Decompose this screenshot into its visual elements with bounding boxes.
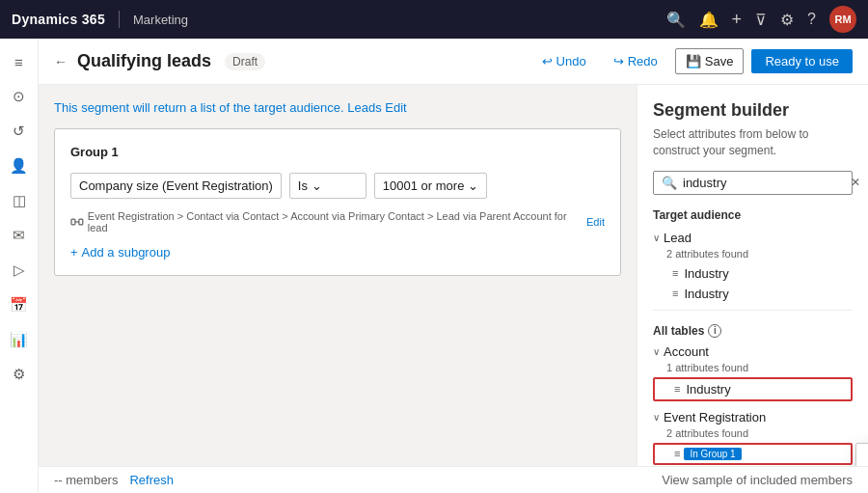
all-tables-header: All tables i [653, 324, 853, 338]
dropdown-arrow2: ⌄ [468, 178, 478, 193]
sidebar-settings-icon[interactable]: ⚙ [2, 359, 37, 390]
bell-icon[interactable]: 🔔 [699, 11, 719, 29]
target-audience-label: Target audience [653, 208, 853, 222]
path-row: Event Registration > Contact via Contact… [70, 210, 605, 233]
module-name: Marketing [133, 13, 188, 27]
redo-icon: ↪ [613, 54, 624, 68]
bottom-bar: -- members Refresh View sample of includ… [39, 466, 868, 493]
event-reg-chevron: ∨ [653, 412, 660, 423]
lead-industry-1[interactable]: ≡ Industry [653, 263, 853, 284]
in-group-badge: In Group 1 [684, 448, 741, 460]
account-group-header[interactable]: ∨ Account [653, 342, 853, 362]
attr-icon-4: ≡ [674, 448, 680, 459]
lead-attr-count: 2 attributes found [666, 248, 853, 260]
refresh-link[interactable]: Refresh [129, 473, 174, 487]
undo-button[interactable]: ↩ Undo [532, 49, 596, 73]
section-divider-1 [653, 310, 853, 311]
sidebar-menu-icon[interactable]: ≡ [2, 46, 37, 77]
search-box[interactable]: 🔍 ✕ [653, 171, 853, 195]
page-title: Qualifying leads [77, 51, 211, 71]
event-reg-industry-container: ≡ In Group 1 Add item to Existing group … [653, 443, 853, 465]
right-panel: Segment builder Select attributes from b… [637, 85, 868, 466]
search-icon[interactable]: 🔍 [666, 11, 686, 29]
info-icon[interactable]: i [708, 324, 721, 338]
edit-link[interactable]: Edit [385, 100, 406, 115]
add-icon[interactable]: + [732, 10, 743, 30]
filter-icon[interactable]: ⊽ [755, 11, 767, 29]
attr-icon-2: ≡ [672, 288, 678, 299]
lead-group-header[interactable]: ∨ Lead [653, 228, 853, 248]
lead-industry-2[interactable]: ≡ Industry [653, 284, 853, 304]
entity-link[interactable]: Leads [347, 100, 381, 115]
help-icon[interactable]: ? [807, 11, 816, 28]
dropdown-arrow: ⌄ [312, 178, 322, 193]
filter-row: Company size (Event Registration) Is ⌄ 1… [70, 173, 605, 199]
add-item-popup: Add item to Existing group › New subgrou… [855, 443, 868, 466]
event-reg-attr-count: 2 attributes found [666, 427, 853, 439]
header-actions: ↩ Undo ↪ Redo 💾 Save Ready to use [532, 48, 853, 74]
attr-icon-1: ≡ [672, 267, 678, 279]
account-industry[interactable]: ≡ Industry [653, 377, 853, 401]
lead-chevron: ∨ [653, 233, 660, 243]
account-attr-count: 1 attributes found [666, 362, 853, 373]
search-icon-panel: 🔍 [662, 176, 677, 190]
popup-title: Add item to [856, 452, 868, 466]
left-sidebar: ≡ ⊙ ↺ 👤 ◫ ✉ ▷ 📅 📊 ⚙ [0, 39, 39, 493]
segment-info: This segment will return a list of the t… [54, 100, 621, 115]
filter-field[interactable]: Company size (Event Registration) [70, 173, 282, 199]
lead-group-name: Lead [664, 231, 692, 245]
page-header: ← Qualifying leads Draft ↩ Undo ↪ Redo 💾… [39, 39, 868, 85]
sidebar-email-icon[interactable]: ✉ [2, 220, 37, 251]
sidebar-events-icon[interactable]: 📅 [2, 289, 37, 320]
attr-icon-3: ≡ [674, 383, 680, 395]
save-icon: 💾 [686, 54, 701, 68]
members-label: -- members [54, 473, 118, 487]
group-box: Group 1 Company size (Event Registration… [54, 128, 621, 276]
path-icon [70, 215, 84, 229]
sidebar-segments-icon[interactable]: ◫ [2, 185, 37, 216]
filter-val-dropdown[interactable]: 10001 or more ⌄ [374, 173, 488, 199]
view-sample-label[interactable]: View sample of included members [662, 473, 853, 487]
ready-to-use-button[interactable]: Ready to use [751, 49, 853, 73]
sidebar-home-icon[interactable]: ⊙ [2, 81, 37, 112]
search-input[interactable] [683, 176, 845, 190]
event-reg-industry[interactable]: ≡ In Group 1 [653, 443, 853, 465]
undo-icon: ↩ [542, 54, 553, 68]
nav-divider [119, 11, 120, 28]
page-body: This segment will return a list of the t… [39, 85, 868, 466]
sidebar-recent-icon[interactable]: ↺ [2, 116, 37, 147]
main-layout: ≡ ⊙ ↺ 👤 ◫ ✉ ▷ 📅 📊 ⚙ ← Qualifying leads D… [0, 39, 868, 493]
clear-search-button[interactable]: ✕ [851, 176, 860, 189]
plus-icon: + [70, 245, 78, 260]
avatar[interactable]: RM [829, 6, 856, 33]
top-navigation: Dynamics 365 Marketing 🔍 🔔 + ⊽ ⚙ ? RM [0, 0, 868, 39]
sidebar-campaigns-icon[interactable]: ▷ [2, 255, 37, 286]
path-edit-link[interactable]: Edit [586, 216, 605, 228]
add-subgroup-button[interactable]: + Add a subgroup [70, 245, 605, 260]
event-reg-group-header[interactable]: ∨ Event Registration [653, 407, 853, 427]
canvas-area: This segment will return a list of the t… [39, 85, 637, 466]
account-chevron: ∨ [653, 346, 660, 357]
save-button[interactable]: 💾 Save [675, 48, 745, 74]
settings-icon[interactable]: ⚙ [780, 11, 794, 29]
panel-subtitle: Select attributes from below to construc… [653, 126, 853, 159]
svg-rect-0 [71, 219, 75, 225]
content-area: ← Qualifying leads Draft ↩ Undo ↪ Redo 💾… [39, 39, 868, 493]
group-label: Group 1 [70, 145, 605, 159]
sidebar-customers-icon[interactable]: 👤 [2, 151, 37, 181]
svg-rect-1 [79, 219, 83, 225]
sidebar-insights-icon[interactable]: 📊 [2, 324, 37, 355]
brand-name: Dynamics 365 [12, 12, 105, 27]
redo-button[interactable]: ↪ Redo [604, 49, 667, 73]
status-badge: Draft [225, 53, 265, 70]
event-reg-group-name: Event Registration [664, 410, 766, 425]
account-group-name: Account [664, 344, 709, 359]
panel-title: Segment builder [653, 100, 853, 121]
filter-op-dropdown[interactable]: Is ⌄ [289, 173, 366, 199]
back-button[interactable]: ← [54, 54, 68, 69]
nav-icons: 🔍 🔔 + ⊽ ⚙ ? RM [666, 6, 856, 33]
